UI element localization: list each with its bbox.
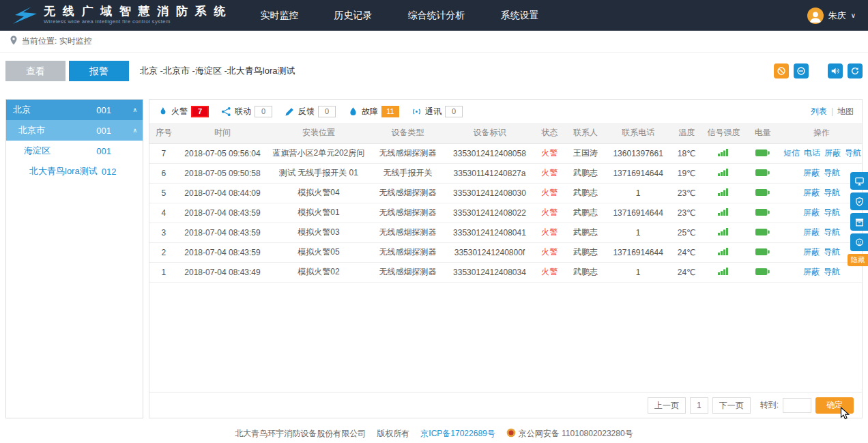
nav-statistics[interactable]: 综合统计分析 bbox=[408, 10, 465, 22]
tab-action-icons bbox=[774, 63, 863, 78]
mask-icon-button[interactable] bbox=[850, 233, 868, 251]
row-seq: 7 bbox=[149, 143, 178, 163]
page-number-button[interactable]: 1 bbox=[690, 397, 708, 414]
tree-item-haidian[interactable]: 海淀区 001 bbox=[6, 141, 143, 161]
footer-icp-link[interactable]: 京ICP备17022689号 bbox=[420, 428, 495, 440]
op-navigate-link[interactable]: 导航 bbox=[824, 247, 840, 257]
region-tree: 北京 001 ∧ 北京市 001 ∧ 海淀区 001 北大青鸟lora测试 01… bbox=[5, 99, 143, 418]
op-block-link[interactable]: 屏蔽 bbox=[803, 247, 820, 257]
row-contact: 武鹏志 bbox=[565, 223, 607, 242]
col-signal: 信号强度 bbox=[703, 123, 744, 143]
table-header-row: 序号 时间 安装位置 设备类型 设备标识 状态 联系人 联系电话 温度 信号强度… bbox=[149, 123, 862, 143]
tab-view[interactable]: 查看 bbox=[5, 61, 66, 81]
nav-history[interactable]: 历史记录 bbox=[334, 10, 373, 22]
col-contact: 联系人 bbox=[565, 123, 607, 143]
row-time: 2018-07-04 08:43:59 bbox=[178, 223, 267, 242]
row-seq: 2 bbox=[149, 242, 178, 262]
tab-alarm[interactable]: 报警 bbox=[69, 61, 129, 81]
signal-strength-icon bbox=[718, 228, 729, 238]
tree-count: 012 bbox=[102, 167, 117, 177]
user-menu[interactable]: 朱庆 ∨ bbox=[807, 8, 856, 24]
tree-item-lora-test[interactable]: 北大青鸟lora测试 012 bbox=[6, 161, 143, 182]
goto-page-input[interactable] bbox=[783, 398, 811, 413]
op-navigate-link[interactable]: 导航 bbox=[824, 168, 840, 177]
confirm-button[interactable]: 确定 bbox=[815, 397, 854, 414]
minus-circle-button[interactable] bbox=[794, 63, 809, 78]
row-status: 火警 bbox=[534, 143, 565, 163]
row-contact: 武鹏志 bbox=[565, 203, 607, 223]
filter-feedback[interactable]: 反馈 0 bbox=[285, 106, 336, 117]
row-temp: 23℃ bbox=[670, 183, 703, 203]
battery-icon bbox=[755, 169, 770, 178]
speaker-button[interactable] bbox=[828, 63, 843, 78]
filter-linkage[interactable]: 联动 0 bbox=[221, 106, 272, 117]
op-navigate-link[interactable]: 导航 bbox=[824, 267, 840, 276]
collapse-caret-icon[interactable]: ∧ bbox=[129, 106, 137, 113]
view-switch: 列表 | 地图 bbox=[811, 106, 854, 117]
nav-settings[interactable]: 系统设置 bbox=[501, 10, 539, 22]
op-call-link[interactable]: 电话 bbox=[804, 148, 820, 158]
row-type: 无线感烟探测器 bbox=[371, 203, 446, 223]
row-type: 无线感烟探测器 bbox=[371, 242, 446, 262]
tree-label: 海淀区 bbox=[24, 145, 50, 157]
op-navigate-link[interactable]: 导航 bbox=[824, 208, 840, 217]
op-block-link[interactable]: 屏蔽 bbox=[803, 188, 820, 197]
col-battery: 电量 bbox=[744, 123, 781, 143]
row-phone: 13716914644 bbox=[606, 203, 670, 223]
filter-fault[interactable]: 故障 11 bbox=[348, 106, 399, 117]
col-type: 设备类型 bbox=[371, 123, 446, 143]
row-battery bbox=[744, 203, 781, 223]
flame-icon bbox=[158, 106, 168, 117]
refresh-button[interactable] bbox=[848, 63, 863, 78]
row-device-id: 3353012412408041 bbox=[445, 223, 534, 242]
op-block-link[interactable]: 屏蔽 bbox=[824, 148, 841, 158]
row-signal bbox=[703, 163, 744, 183]
mute-alarm-button[interactable] bbox=[774, 63, 789, 78]
op-block-link[interactable]: 屏蔽 bbox=[803, 267, 820, 276]
filter-count: 0 bbox=[445, 106, 463, 117]
prev-page-button[interactable]: 上一页 bbox=[648, 397, 686, 414]
row-phone: 13716914644 bbox=[606, 163, 670, 183]
op-block-link[interactable]: 屏蔽 bbox=[803, 168, 820, 177]
op-navigate-link[interactable]: 导航 bbox=[824, 188, 840, 197]
row-battery bbox=[744, 143, 781, 163]
row-status: 火警 bbox=[534, 262, 565, 282]
location-text: 当前位置: 实时监控 bbox=[22, 35, 92, 47]
filter-label: 通讯 bbox=[425, 106, 442, 117]
row-battery bbox=[744, 183, 781, 203]
battery-icon bbox=[755, 149, 770, 158]
op-block-link[interactable]: 屏蔽 bbox=[803, 208, 820, 217]
filter-fire[interactable]: 火警 7 bbox=[158, 106, 209, 117]
archive-box-icon-button[interactable] bbox=[850, 213, 868, 231]
op-block-link[interactable]: 屏蔽 bbox=[803, 227, 820, 237]
row-signal bbox=[703, 262, 744, 282]
next-page-button[interactable]: 下一页 bbox=[712, 397, 751, 414]
footer-police-text: 京公网安备 11010802023280号 bbox=[519, 428, 633, 440]
row-location: 模拟火警03 bbox=[267, 223, 370, 242]
row-time: 2018-07-04 08:43:59 bbox=[178, 203, 267, 223]
shield-icon-button[interactable] bbox=[850, 192, 868, 210]
row-battery bbox=[744, 242, 781, 262]
view-map-button[interactable]: 地图 bbox=[837, 106, 854, 117]
signal-strength-icon bbox=[718, 188, 729, 198]
filter-comm[interactable]: 通讯 0 bbox=[411, 106, 463, 117]
nav-realtime-monitor[interactable]: 实时监控 bbox=[261, 10, 299, 22]
hide-toolbar-button[interactable]: 隐藏 bbox=[848, 254, 868, 266]
op-sms-link[interactable]: 短信 bbox=[783, 148, 800, 158]
view-list-button[interactable]: 列表 bbox=[811, 106, 827, 117]
collapse-caret-icon[interactable]: ∧ bbox=[129, 127, 137, 134]
row-location: 模拟火警05 bbox=[267, 242, 370, 262]
op-navigate-link[interactable]: 导航 bbox=[824, 227, 840, 237]
filter-label: 联动 bbox=[235, 106, 251, 117]
row-ops: 短信电话屏蔽导航 bbox=[781, 143, 862, 163]
row-signal bbox=[703, 143, 744, 163]
col-ops: 操作 bbox=[781, 123, 862, 143]
tree-item-beijing-city[interactable]: 北京市 001 ∧ bbox=[6, 120, 143, 141]
tree-item-beijing[interactable]: 北京 001 ∧ bbox=[6, 100, 143, 120]
table-row: 62018-07-05 09:50:58测试 无线手报开关 01无线手报开关33… bbox=[149, 163, 862, 183]
row-temp: 23℃ bbox=[670, 203, 703, 223]
signal-strength-icon bbox=[718, 208, 729, 218]
monitor-icon-button[interactable] bbox=[850, 172, 868, 190]
op-navigate-link[interactable]: 导航 bbox=[845, 148, 861, 158]
row-location: 模拟火警04 bbox=[267, 183, 370, 203]
